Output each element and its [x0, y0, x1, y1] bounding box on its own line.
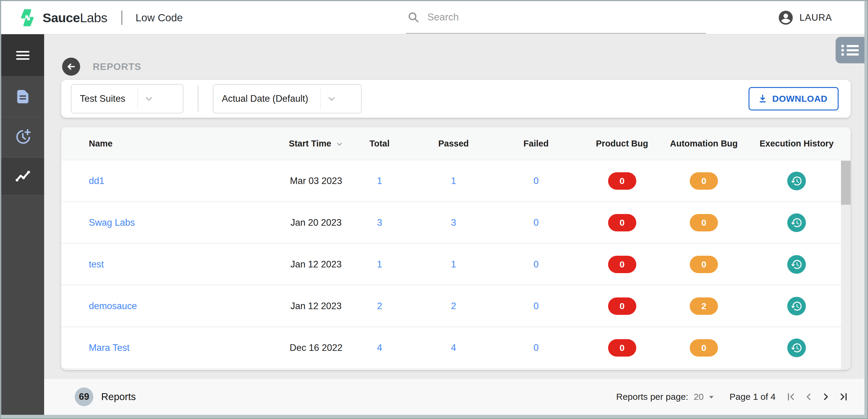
table-row: demosauce Jan 12 2023 2 2 0 0 2 — [61, 286, 850, 327]
clock-plus-icon — [14, 128, 32, 146]
history-icon — [790, 342, 803, 354]
execution-history-button[interactable] — [787, 172, 806, 190]
history-icon — [790, 175, 803, 187]
execution-history-button[interactable] — [787, 338, 806, 357]
product-name: Low Code — [135, 12, 183, 24]
arrow-left-icon — [66, 61, 76, 72]
table-header-row: Name Start Time Total Passed Failed Prod… — [61, 127, 850, 160]
list-icon — [841, 43, 859, 57]
report-name-link[interactable]: demosauce — [89, 301, 137, 311]
date-filter-value: Actual Date (Default) — [213, 93, 320, 104]
column-header-automation-bug[interactable]: Automation Bug — [665, 139, 743, 149]
date-filter-select[interactable]: Actual Date (Default) — [213, 84, 362, 114]
failed-link[interactable]: 0 — [533, 176, 538, 186]
app-root: SauceLabs Low Code LAURA — [1, 1, 864, 415]
history-icon — [790, 217, 803, 229]
search-bar[interactable] — [406, 1, 706, 34]
search-icon — [407, 11, 420, 23]
report-name-link[interactable]: dd1 — [89, 176, 104, 186]
sidebar-menu-button[interactable] — [1, 34, 44, 77]
execution-history-button[interactable] — [787, 255, 806, 274]
passed-link[interactable]: 3 — [451, 217, 456, 228]
automation-bug-badge[interactable]: 0 — [690, 214, 718, 231]
user-menu[interactable]: LAURA — [777, 1, 832, 34]
report-count-badge: 69 — [75, 388, 93, 406]
passed-link[interactable]: 4 — [451, 342, 456, 353]
previous-page-button[interactable] — [803, 391, 814, 402]
passed-link[interactable]: 2 — [451, 301, 456, 311]
page-info: Page 1 of 4 — [730, 392, 776, 402]
total-link[interactable]: 1 — [377, 259, 382, 270]
per-page-label: Reports per page: — [616, 392, 688, 402]
column-header-start-time[interactable]: Start Time — [287, 139, 345, 149]
brand: SauceLabs Low Code — [18, 1, 183, 34]
report-count-label: Reports — [101, 391, 136, 402]
search-input[interactable] — [427, 11, 668, 23]
back-button[interactable] — [62, 58, 80, 76]
table-row: test Jan 12 2023 1 1 0 0 0 — [61, 244, 850, 286]
per-page-value[interactable]: 20 — [693, 392, 704, 402]
download-button[interactable]: DOWNLOAD — [748, 87, 839, 111]
automation-bug-badge[interactable]: 0 — [690, 172, 718, 190]
product-bug-badge[interactable]: 0 — [608, 339, 636, 357]
automation-bug-badge[interactable]: 2 — [690, 297, 718, 315]
passed-link[interactable]: 1 — [451, 259, 456, 270]
product-bug-badge[interactable]: 0 — [608, 214, 636, 231]
report-name-link[interactable]: test — [89, 259, 104, 270]
sidebar-item-schedule[interactable] — [1, 117, 44, 157]
failed-link[interactable]: 0 — [533, 301, 538, 311]
pagination-controls: Reports per page: 20 Page 1 of 4 — [616, 391, 849, 402]
automation-bug-badge[interactable]: 0 — [690, 256, 718, 273]
total-link[interactable]: 4 — [377, 342, 382, 353]
download-icon — [757, 93, 768, 104]
start-time-cell: Dec 16 2022 — [287, 342, 345, 353]
passed-link[interactable]: 1 — [451, 176, 456, 186]
product-bug-badge[interactable]: 0 — [608, 172, 636, 190]
trend-icon — [14, 168, 32, 185]
table-row: dd1 Mar 03 2023 1 1 0 0 0 — [61, 160, 850, 202]
sidebar-item-documents[interactable] — [1, 77, 44, 117]
execution-history-button[interactable] — [787, 297, 806, 316]
sidebar-nav — [1, 34, 44, 415]
table-row: Mara Test Dec 16 2022 4 4 0 0 0 — [61, 327, 850, 369]
saucelabs-logo-icon — [18, 8, 37, 27]
column-header-name[interactable]: Name — [61, 139, 287, 149]
failed-link[interactable]: 0 — [533, 259, 538, 270]
suite-filter-select[interactable]: Test Suites — [71, 84, 183, 114]
suite-filter-value: Test Suites — [71, 93, 137, 104]
brand-separator — [122, 10, 122, 25]
first-page-button[interactable] — [786, 391, 797, 402]
document-icon — [14, 88, 31, 105]
table-scrollbar[interactable] — [841, 160, 850, 370]
brand-wordmark: SauceLabs — [42, 10, 107, 25]
start-time-cell: Mar 03 2023 — [287, 176, 345, 186]
product-bug-badge[interactable]: 0 — [608, 297, 636, 315]
per-page-dropdown-icon[interactable] — [706, 392, 716, 402]
column-header-execution-history[interactable]: Execution History — [743, 139, 850, 149]
column-header-passed[interactable]: Passed — [414, 139, 493, 149]
start-time-cell: Jan 12 2023 — [287, 259, 345, 270]
reports-table: Name Start Time Total Passed Failed Prod… — [61, 127, 850, 370]
total-link[interactable]: 1 — [377, 176, 382, 186]
filter-divider — [198, 86, 198, 112]
product-bug-badge[interactable]: 0 — [608, 256, 636, 273]
report-name-link[interactable]: Mara Test — [89, 342, 130, 353]
execution-history-button[interactable] — [787, 213, 806, 232]
start-time-cell: Jan 20 2023 — [287, 217, 345, 228]
failed-link[interactable]: 0 — [533, 342, 538, 353]
chevron-down-icon — [320, 94, 343, 104]
total-link[interactable]: 3 — [377, 217, 382, 228]
column-header-product-bug[interactable]: Product Bug — [579, 139, 665, 149]
list-view-button[interactable] — [836, 37, 864, 63]
column-header-failed[interactable]: Failed — [493, 139, 579, 149]
scrollbar-thumb[interactable] — [841, 161, 850, 205]
last-page-button[interactable] — [838, 391, 849, 402]
sidebar-item-reports[interactable] — [1, 157, 44, 196]
total-link[interactable]: 2 — [377, 301, 382, 311]
failed-link[interactable]: 0 — [533, 217, 538, 228]
next-page-button[interactable] — [820, 391, 831, 402]
table-row: Swag Labs Jan 20 2023 3 3 0 0 0 — [61, 202, 850, 244]
automation-bug-badge[interactable]: 0 — [690, 339, 718, 357]
report-name-link[interactable]: Swag Labs — [89, 217, 135, 228]
column-header-total[interactable]: Total — [345, 139, 414, 149]
